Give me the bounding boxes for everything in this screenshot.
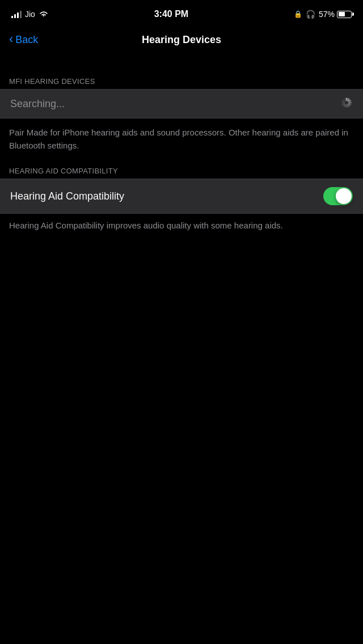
loading-spinner-icon	[340, 98, 353, 110]
status-time: 3:40 PM	[154, 9, 188, 19]
hearing-aid-compatibility-toggle[interactable]	[323, 187, 353, 205]
wifi-icon	[39, 10, 49, 18]
toggle-knob	[336, 188, 352, 204]
carrier-label: Jio	[25, 10, 35, 19]
page-title: Hearing Devices	[142, 34, 221, 46]
compatibility-footer: Hearing Aid Compatibility improves audio…	[0, 214, 363, 242]
back-chevron-icon: ‹	[9, 33, 13, 45]
battery-percent: 57%	[319, 10, 335, 19]
top-spacer	[0, 54, 363, 73]
mfi-description: Pair Made for iPhone hearing aids and so…	[0, 118, 363, 162]
searching-text: Searching...	[10, 98, 65, 110]
hearing-aid-compatibility-row: Hearing Aid Compatibility	[0, 179, 363, 214]
compatibility-section-header: HEARING AID COMPATIBILITY	[0, 162, 363, 179]
status-left: Jio	[11, 10, 49, 19]
nav-bar: ‹ Back Hearing Devices	[0, 25, 363, 54]
toggle-label: Hearing Aid Compatibility	[10, 190, 124, 202]
signal-bars-icon	[11, 10, 22, 18]
headphone-icon: 🎧	[306, 10, 315, 19]
battery-fill	[339, 12, 345, 16]
searching-row: Searching...	[0, 89, 363, 118]
back-label: Back	[15, 34, 38, 46]
mfi-section-header: MFI HEARING DEVICES	[0, 73, 363, 89]
status-bar: Jio 3:40 PM 🔒 🎧 57%	[0, 0, 363, 25]
back-button[interactable]: ‹ Back	[9, 34, 38, 46]
lock-icon: 🔒	[294, 10, 302, 18]
battery-icon	[337, 11, 352, 18]
battery-container: 57%	[319, 10, 352, 19]
status-right: 🔒 🎧 57%	[294, 10, 352, 19]
